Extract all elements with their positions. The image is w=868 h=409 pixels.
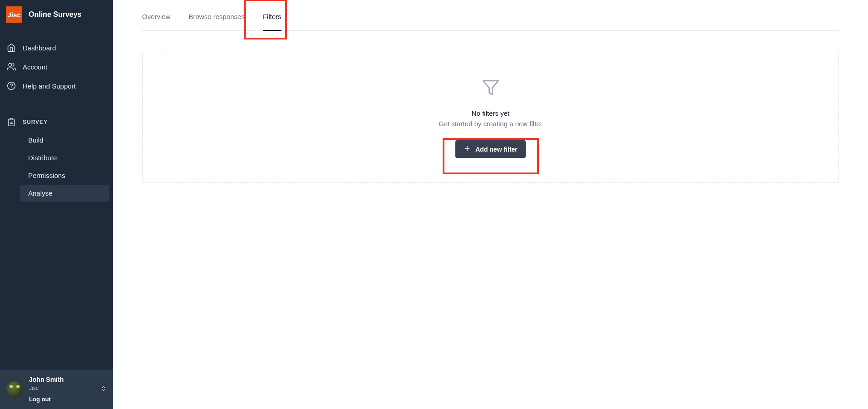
user-org: Jisc [29, 385, 94, 391]
nav-help[interactable]: Help and Support [0, 76, 113, 95]
subnav-analyse[interactable]: Analyse [20, 185, 109, 202]
funnel-icon [482, 79, 500, 99]
primary-nav: Dashboard Account Help and Support SURVE… [0, 29, 113, 202]
empty-state: No filters yet Get started by creating a… [142, 53, 839, 183]
user-info: John Smith Jisc Log out [29, 376, 94, 403]
svg-point-1 [8, 82, 15, 90]
nav-dashboard-label: Dashboard [23, 44, 56, 52]
nav-account[interactable]: Account [0, 57, 113, 76]
tab-filters[interactable]: Filters [263, 13, 281, 30]
nav-account-label: Account [23, 63, 47, 71]
tab-browse-responses[interactable]: Browse responses [189, 13, 245, 30]
clipboard-icon [6, 117, 16, 127]
nav-help-label: Help and Support [23, 82, 76, 90]
sidebar-header: Jisc Online Surveys [0, 0, 113, 29]
main-content: Overview Browse responses Filters No fil… [113, 0, 868, 409]
user-name: John Smith [29, 376, 94, 383]
avatar [6, 381, 23, 398]
subnav-distribute[interactable]: Distribute [20, 149, 109, 166]
help-icon [6, 81, 16, 91]
tab-overview[interactable]: Overview [142, 13, 171, 30]
plus-icon [464, 145, 471, 153]
add-new-filter-button[interactable]: Add new filter [455, 140, 526, 158]
svg-rect-3 [10, 118, 13, 120]
svg-point-0 [9, 64, 12, 67]
svg-marker-6 [483, 81, 498, 94]
logo-text: Jisc [7, 11, 20, 19]
subnav-permissions[interactable]: Permissions [20, 167, 109, 184]
section-survey-header: SURVEY [0, 113, 113, 132]
home-icon [6, 43, 16, 53]
app-title: Online Surveys [29, 10, 82, 19]
logo: Jisc [6, 6, 22, 23]
add-new-filter-label: Add new filter [475, 146, 518, 153]
tabs: Overview Browse responses Filters [142, 0, 839, 31]
sidebar-footer[interactable]: John Smith Jisc Log out [0, 370, 113, 409]
subnav-build[interactable]: Build [20, 132, 109, 148]
chevron-sort-icon[interactable] [100, 384, 107, 394]
survey-subnav: Build Distribute Permissions Analyse [20, 132, 109, 202]
empty-subtitle: Get started by creating a new filter [439, 120, 542, 128]
section-survey-label: SURVEY [23, 119, 48, 125]
sidebar: Jisc Online Surveys Dashboard Account He… [0, 0, 113, 409]
empty-title: No filters yet [472, 109, 509, 117]
logout-link[interactable]: Log out [29, 396, 94, 403]
nav-dashboard[interactable]: Dashboard [0, 38, 113, 57]
users-icon [6, 62, 16, 72]
